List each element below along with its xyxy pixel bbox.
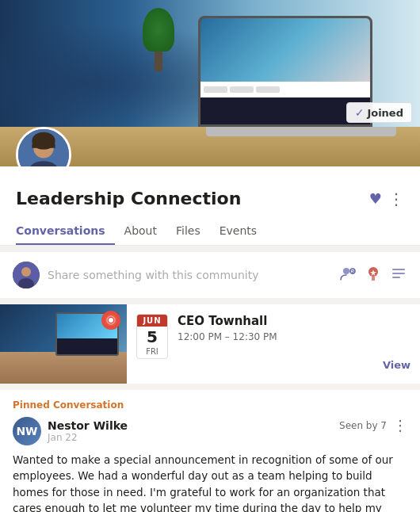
tab-files[interactable]: Files [166,218,210,245]
tab-about[interactable]: About [115,218,166,245]
post-author-avatar: NW [13,417,41,445]
hero-banner: ✓ Joined [0,0,420,166]
event-info: CEO Townhall 12:00 PM – 12:30 PM [178,314,373,342]
post-header: NW Nestor Wilke Jan 22 Seen by 7 ⋮ [13,417,407,445]
post-more-button[interactable]: ⋮ [393,417,407,434]
event-title: CEO Townhall [178,314,373,328]
more-options-button[interactable]: ⋮ [388,191,404,207]
screen-content [200,18,370,82]
svg-rect-12 [372,277,375,281]
share-input[interactable]: Share something with this community [48,269,331,281]
like-button[interactable]: ♥ [369,190,382,207]
event-details: JUN 5 FRI CEO Townhall 12:00 PM – 12:30 … [127,304,420,384]
svg-rect-15 [392,277,400,278]
share-action-icons: ? [339,265,407,286]
community-title: Leadership Connection [16,189,241,208]
post-meta-right: Seen by 7 ⋮ [339,417,407,434]
svg-text:?: ? [351,269,354,276]
pinned-label: Pinned Conversation [13,399,407,411]
event-day: 5 [137,327,167,347]
check-icon: ✓ [355,106,365,119]
header-top: Leadership Connection ♥ ⋮ [16,189,404,208]
svg-rect-14 [392,273,405,274]
tab-conversations[interactable]: Conversations [16,218,115,245]
tab-events[interactable]: Events [210,218,266,245]
current-user-avatar [13,262,40,288]
award-icon[interactable] [365,265,382,286]
joined-badge[interactable]: ✓ Joined [346,102,412,123]
plant-decoration [143,8,174,71]
post-body-text: Wanted to make a special announcement in… [13,453,393,512]
list-icon[interactable] [390,265,407,286]
screen-bar [200,82,370,97]
event-weekday: FRI [137,347,167,358]
community-header: Leadership Connection ♥ ⋮ Conversations … [0,166,420,246]
share-box: Share something with this community ? [0,252,420,298]
svg-point-7 [343,268,349,274]
navigation-tabs: Conversations About Files Events [16,218,404,245]
event-date-box: JUN 5 FRI [136,314,168,359]
svg-point-16 [109,318,113,323]
laptop-base [206,127,396,136]
post-author-row: NW Nestor Wilke Jan 22 [13,417,128,445]
pinned-conversation: Pinned Conversation NW Nestor Wilke Jan … [0,390,420,512]
post-date: Jan 22 [48,432,128,443]
svg-point-5 [21,267,31,277]
post-body: Wanted to make a special announcement in… [13,452,407,512]
post-author-name: Nestor Wilke [48,419,128,432]
event-image [0,304,127,384]
joined-label: Joined [367,107,403,119]
seen-by-count: Seen by 7 [339,420,387,431]
live-badge [101,311,120,330]
event-card: JUN 5 FRI CEO Townhall 12:00 PM – 12:30 … [0,304,420,384]
laptop-visual [198,16,404,143]
event-time: 12:00 PM – 12:30 PM [178,331,373,342]
header-actions: ♥ ⋮ [369,190,404,207]
event-desk [0,352,127,384]
svg-rect-13 [392,269,405,270]
post-author-info: Nestor Wilke Jan 22 [48,419,128,443]
event-month: JUN [137,315,167,327]
event-view-button[interactable]: View [383,356,410,374]
mention-icon[interactable]: ? [339,265,357,286]
